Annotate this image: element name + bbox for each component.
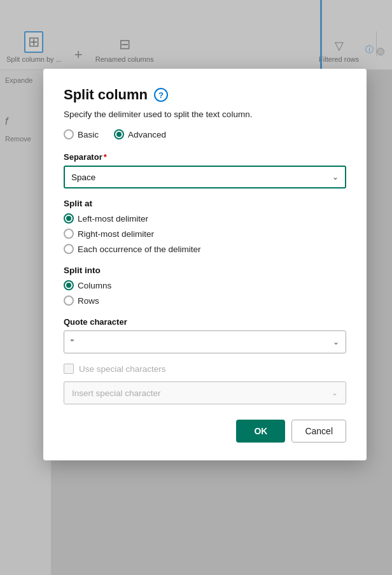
separator-dropdown[interactable]: Space ⌄ bbox=[64, 166, 346, 188]
separator-value: Space bbox=[71, 173, 95, 182]
split-at-each-radio[interactable] bbox=[64, 244, 74, 254]
required-star: * bbox=[104, 152, 107, 162]
use-special-chars-row: Use special characters bbox=[64, 364, 346, 374]
split-column-dialog: Split column ? Specify the delimiter use… bbox=[43, 69, 367, 460]
ok-button[interactable]: OK bbox=[236, 420, 285, 443]
insert-special-char-dropdown[interactable]: Insert special character ⌄ bbox=[64, 381, 346, 404]
quote-char-label: Quote character bbox=[64, 317, 346, 327]
mode-basic-option[interactable]: Basic bbox=[64, 129, 99, 139]
modal-title: Split column bbox=[64, 87, 148, 103]
mode-basic-radio[interactable] bbox=[64, 129, 74, 139]
mode-advanced-radio[interactable] bbox=[114, 129, 124, 139]
separator-label-text: Separator bbox=[64, 152, 102, 162]
separator-dropdown-arrow: ⌄ bbox=[332, 173, 339, 181]
quote-char-dropdown[interactable]: " ⌄ bbox=[64, 330, 346, 353]
split-into-columns-radio[interactable] bbox=[64, 280, 74, 290]
insert-special-char-arrow: ⌄ bbox=[332, 388, 338, 397]
quote-char-dropdown-arrow: ⌄ bbox=[333, 337, 339, 346]
split-at-leftmost-radio[interactable] bbox=[64, 213, 74, 224]
mode-basic-label: Basic bbox=[78, 130, 99, 139]
insert-special-char-placeholder: Insert special character bbox=[72, 388, 161, 398]
split-into-columns[interactable]: Columns bbox=[64, 280, 346, 290]
quote-char-value: " bbox=[71, 337, 74, 347]
use-special-chars-checkbox[interactable] bbox=[64, 364, 74, 374]
split-at-rightmost-label: Right-most delimiter bbox=[78, 229, 154, 239]
split-at-leftmost-label: Left-most delimiter bbox=[78, 214, 148, 224]
split-at-rightmost[interactable]: Right-most delimiter bbox=[64, 229, 346, 239]
split-into-rows-label: Rows bbox=[78, 296, 99, 306]
mode-advanced-option[interactable]: Advanced bbox=[114, 129, 166, 139]
split-into-rows-radio[interactable] bbox=[64, 295, 74, 306]
dialog-button-row: OK Cancel bbox=[64, 420, 346, 443]
mode-advanced-label: Advanced bbox=[128, 130, 166, 139]
split-at-each-label: Each occurrence of the delimiter bbox=[78, 245, 201, 254]
modal-title-row: Split column ? bbox=[64, 87, 346, 103]
mode-radio-group: Basic Advanced bbox=[64, 129, 346, 139]
help-icon[interactable]: ? bbox=[154, 88, 168, 102]
split-into-rows[interactable]: Rows bbox=[64, 295, 346, 306]
split-into-columns-label: Columns bbox=[78, 281, 111, 290]
split-at-label: Split at bbox=[64, 199, 346, 208]
split-into-label: Split into bbox=[64, 266, 346, 275]
split-into-radio-group: Columns Rows bbox=[64, 280, 346, 306]
split-at-each[interactable]: Each occurrence of the delimiter bbox=[64, 244, 346, 254]
split-at-leftmost[interactable]: Left-most delimiter bbox=[64, 213, 346, 224]
use-special-chars-label: Use special characters bbox=[79, 364, 166, 374]
modal-subtitle: Specify the delimiter used to split the … bbox=[64, 110, 346, 119]
split-at-rightmost-radio[interactable] bbox=[64, 229, 74, 239]
cancel-button[interactable]: Cancel bbox=[291, 420, 346, 443]
separator-label: Separator* bbox=[64, 152, 346, 162]
split-at-radio-group: Left-most delimiter Right-most delimiter… bbox=[64, 213, 346, 254]
